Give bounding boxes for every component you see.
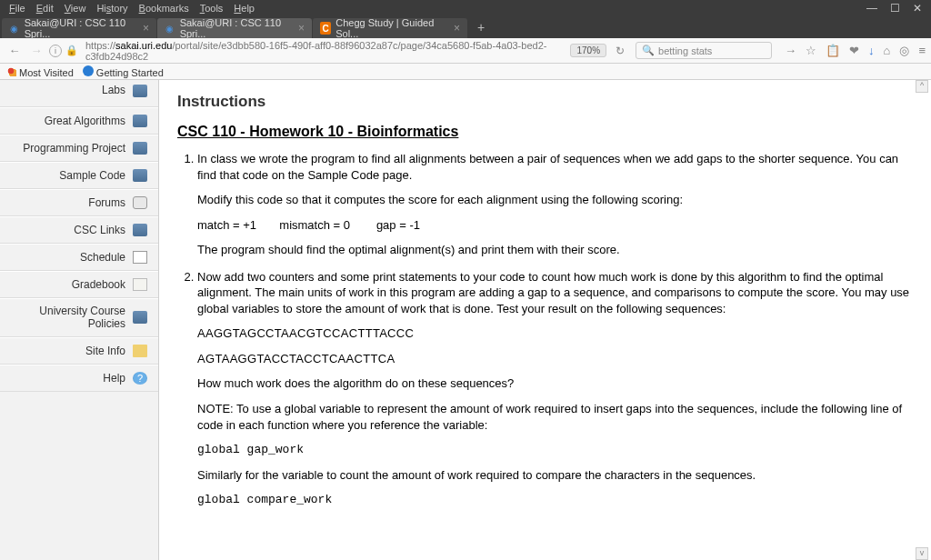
code-line-1: global gap_work <box>197 442 913 458</box>
new-tab-button[interactable]: + <box>468 20 494 35</box>
reload-button[interactable]: ↻ <box>616 45 625 57</box>
window-minimize-icon[interactable]: — <box>866 2 877 15</box>
instruction-text: Modify this code so that it computes the… <box>197 192 913 208</box>
search-input[interactable]: 🔍 betting stats <box>636 42 772 59</box>
tab-close-icon[interactable]: × <box>298 22 305 35</box>
book-icon <box>133 311 147 324</box>
tab-label: Chegg Study | Guided Sol... <box>335 17 444 39</box>
bookmark-most-visited[interactable]: Most Visited <box>5 65 74 78</box>
tab-close-icon[interactable]: × <box>454 22 460 35</box>
menu-help[interactable]: Help <box>228 3 260 14</box>
instruction-text: The program should find the optimal alig… <box>197 242 913 258</box>
gradebook-icon <box>133 278 147 291</box>
tab-sakai-2[interactable]: ◉ Sakai@URI : CSC 110 Spri... × <box>157 18 312 38</box>
bookmark-star-icon[interactable]: ☆ <box>806 44 816 57</box>
similar-text: Similarly for the variable to count the … <box>197 467 913 484</box>
sidebar-item-csc-links[interactable]: CSC Links <box>0 216 158 244</box>
sidebar-item-schedule[interactable]: Schedule <box>0 244 158 271</box>
sakai-icon: ◉ <box>9 22 20 35</box>
menu-history[interactable]: History <box>91 3 133 14</box>
sequence-1: AAGGTAGCCTAACGTCCACTTTACCC <box>197 325 913 342</box>
getting-started-icon <box>83 65 94 76</box>
tab-label: Sakai@URI : CSC 110 Spri... <box>25 17 133 39</box>
back-button[interactable]: ← <box>5 44 24 57</box>
menu-file[interactable]: File <box>4 3 31 14</box>
tab-strip: ◉ Sakai@URI : CSC 110 Spri... × ◉ Sakai@… <box>0 16 931 38</box>
scoring-values: match = +1 mismatch = 0 gap = -1 <box>197 217 913 234</box>
self-link-icon[interactable]: → <box>785 44 796 57</box>
sidebar-item-forums[interactable]: Forums <box>0 189 158 216</box>
tab-chegg[interactable]: C Chegg Study | Guided Sol... × <box>313 18 467 38</box>
sidebar-item-programming-project[interactable]: Programming Project <box>0 135 158 162</box>
menu-icon[interactable]: ≡ <box>918 44 926 57</box>
book-icon <box>133 224 147 236</box>
chegg-icon: C <box>320 22 331 35</box>
url-bar: ← → i 🔒 https://sakai.uri.edu/portal/sit… <box>0 38 931 64</box>
menu-view[interactable]: View <box>59 3 92 14</box>
main-area: Labs Great Algorithms Programming Projec… <box>0 80 931 560</box>
search-icon: 🔍 <box>642 45 655 56</box>
book-icon <box>133 169 147 182</box>
sidebar-item-help[interactable]: Help? <box>0 365 158 392</box>
most-visited-icon <box>5 65 16 76</box>
homework-title: CSC 110 - Homework 10 - Bioinformatics <box>177 124 913 140</box>
url-input[interactable]: https://sakai.uri.edu/portal/site/e3dbb5… <box>82 40 566 62</box>
sidebar-item-sample-code[interactable]: Sample Code <box>0 162 158 189</box>
menu-tools[interactable]: Tools <box>195 3 229 14</box>
book-icon <box>133 142 147 155</box>
question-text: How much work does the algorithm do on t… <box>197 375 913 392</box>
sync-icon[interactable]: ◎ <box>899 44 909 57</box>
tab-sakai-1[interactable]: ◉ Sakai@URI : CSC 110 Spri... × <box>2 18 156 38</box>
sidebar-item-site-info[interactable]: Site Info <box>0 337 158 365</box>
site-info-icon[interactable]: i <box>49 45 62 57</box>
sidebar: Labs Great Algorithms Programming Projec… <box>0 80 159 560</box>
sequence-2: AGTAAGGTACCTACCTCAACTTCA <box>197 351 913 367</box>
lock-icon: 🔒 <box>65 45 78 56</box>
instruction-item-2: Now add two counters and some print stat… <box>197 269 913 508</box>
menu-bookmarks[interactable]: Bookmarks <box>134 3 195 14</box>
instruction-item-1: In class we wrote the program to find al… <box>197 151 913 258</box>
downloads-icon[interactable]: ↓ <box>868 44 875 57</box>
tab-close-icon[interactable]: × <box>143 22 149 35</box>
code-line-2: global compare_work <box>197 492 913 508</box>
menu-bar: File Edit View History Bookmarks Tools H… <box>0 0 931 16</box>
bookmarks-toolbar: Most Visited Getting Started <box>0 64 931 80</box>
folder-icon <box>133 345 147 357</box>
zoom-level[interactable]: 170% <box>570 44 606 57</box>
sidebar-item-university-policies[interactable]: University Course Policies <box>0 298 158 337</box>
bookmark-getting-started[interactable]: Getting Started <box>83 65 164 78</box>
pocket-icon[interactable]: ❤ <box>849 44 859 57</box>
clipboard-icon[interactable]: 📋 <box>826 44 840 57</box>
scroll-down-button[interactable]: v <box>916 547 928 560</box>
note-text: NOTE: To use a global variable to repres… <box>197 401 913 433</box>
scroll-up-button[interactable]: ^ <box>916 80 928 93</box>
instructions-heading: Instructions <box>177 93 913 111</box>
help-icon: ? <box>133 372 147 385</box>
window-close-icon[interactable]: ✕ <box>913 2 922 15</box>
instruction-list: In class we wrote the program to find al… <box>177 151 913 508</box>
sidebar-item-gradebook[interactable]: Gradebook <box>0 271 158 298</box>
tab-label: Sakai@URI : CSC 110 Spri... <box>180 17 288 39</box>
forward-button[interactable]: → <box>27 44 45 57</box>
window-maximize-icon[interactable]: ☐ <box>890 2 900 15</box>
home-icon[interactable]: ⌂ <box>884 44 891 57</box>
book-icon <box>133 115 147 127</box>
chat-icon <box>133 196 147 209</box>
content-area: ^ v Instructions CSC 110 - Homework 10 -… <box>159 80 931 560</box>
calendar-icon <box>133 251 147 264</box>
menu-edit[interactable]: Edit <box>31 3 59 14</box>
sakai-icon: ◉ <box>165 22 175 35</box>
sidebar-item-labs[interactable]: Labs <box>0 80 158 107</box>
book-icon <box>133 85 147 97</box>
sidebar-item-great-algorithms[interactable]: Great Algorithms <box>0 107 158 135</box>
